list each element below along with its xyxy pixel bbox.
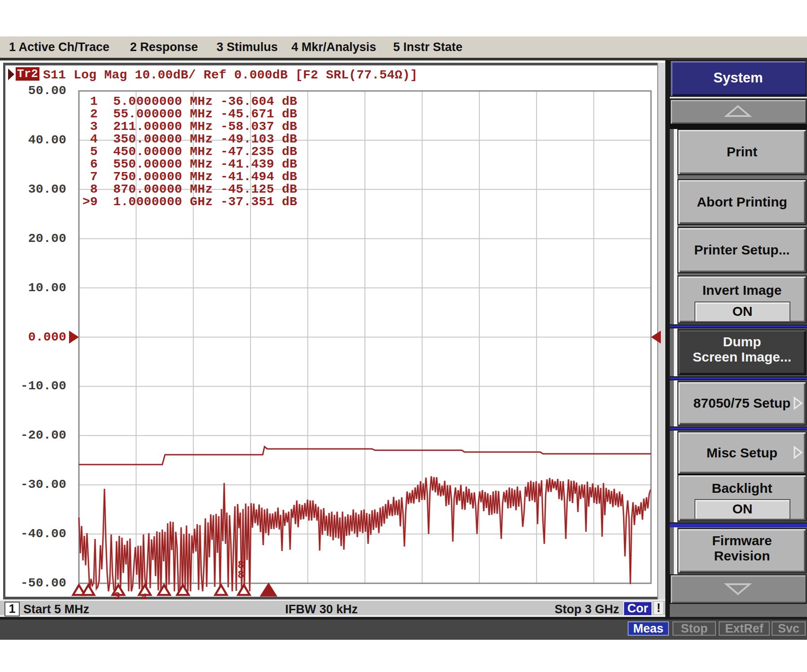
svg-text:8: 8 [238,569,244,581]
